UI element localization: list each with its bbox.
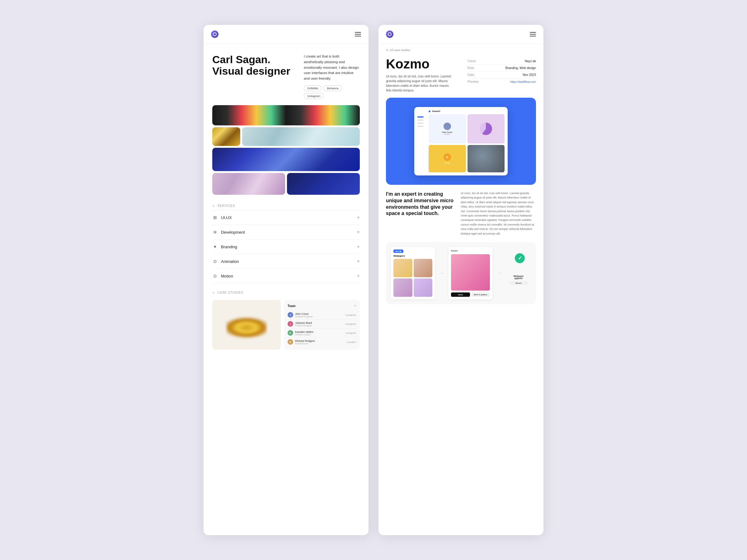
flow-popup-area: ✓ Wallpaper applied! Revert — [506, 247, 531, 299]
left-panel: Carl Sagan. Visual designer I create art… — [204, 25, 368, 535]
tag-instagram[interactable]: Instagram — [304, 93, 324, 99]
back-link-text: All case studies — [390, 48, 410, 52]
service-branding[interactable]: ✦ Branding + — [212, 239, 360, 254]
team-title: Team — [288, 304, 295, 308]
member-sub-3: Content Creator — [295, 334, 314, 336]
meta-role-label: Role: — [467, 66, 475, 70]
dev-expand-icon[interactable]: + — [357, 229, 360, 235]
wallpaper-applied-label: Wallpaper applied! — [509, 275, 528, 279]
gallery-marble — [242, 127, 360, 146]
left-logo[interactable] — [211, 30, 218, 38]
gallery-blue-fluid — [212, 148, 360, 171]
service-development[interactable]: ≋ Development + — [212, 224, 360, 239]
mockup-sidebar — [417, 110, 427, 172]
meta-date-label: Date: — [467, 73, 475, 77]
animation-icon: ⊙ — [212, 259, 218, 264]
apply-button[interactable]: Apply — [451, 292, 470, 297]
flow-start-badge: Start ▶ — [393, 249, 403, 253]
right-content: ↳ All case studies Kozmo Ut nunc, dui si… — [379, 44, 543, 535]
mockup-user-thumb — [467, 145, 505, 172]
bottom-flow-mockup: Start ▶ ··· Wallpapers → Kozmo* ··· — [386, 242, 536, 304]
service-dev-label: Development — [221, 230, 245, 235]
right-menu-icon[interactable] — [530, 32, 536, 36]
expert-heading: I'm an expert in creating unique and imm… — [386, 191, 455, 217]
services-label: ↳ SERVICES — [204, 201, 368, 210]
wallpaper-thumb-3[interactable] — [393, 278, 412, 297]
back-to-gallery-button[interactable]: Back to gallery — [471, 292, 490, 297]
flow-arrow-2: → — [496, 247, 503, 299]
member-name-4: Richard Rodgers — [295, 340, 315, 343]
flow-screen-2: Kozmo* ··· Apply Back to gallery — [448, 247, 492, 299]
kozmo-title: Kozmo — [386, 57, 461, 72]
member-sub-1: Software Engineer — [295, 316, 313, 318]
mockup-sub: Designer — [444, 133, 450, 135]
kozmo-description: Ut nunc, dui sit sit nisl, cras velit lo… — [386, 72, 455, 93]
meta-client: Client: Nayz.ak — [467, 58, 536, 65]
expert-section: I'm an expert in creating unique and imm… — [379, 191, 543, 242]
mockup-yellow-icon: ⚙ — [443, 153, 451, 161]
service-branding-label: Branding — [221, 244, 237, 249]
gallery-section — [204, 105, 368, 201]
dev-icon: ≋ — [212, 229, 218, 235]
gallery-waveform — [212, 105, 360, 125]
left-nav — [204, 25, 368, 44]
mockup-topbar: Kozmo* — [429, 110, 505, 112]
expert-body-container: Ut nunc, dui sit sit nisl, cras velit lo… — [461, 191, 536, 236]
meta-preview: Preview https://webflow.com — [467, 78, 536, 85]
avatar-john: J — [288, 312, 293, 318]
services-list: ⊞ UI,UX + ≋ Development + ✦ Branding + — [204, 210, 368, 284]
team-member-4: R Richard Rodgers Frontend Dev 1 project — [288, 338, 356, 346]
right-panel: ↳ All case studies Kozmo Ut nunc, dui si… — [379, 25, 543, 535]
animation-expand-icon[interactable]: + — [357, 259, 360, 264]
tag-dribbble[interactable]: Dribbble — [304, 85, 321, 91]
tag-behance[interactable]: Behance — [324, 85, 342, 91]
flow-screen1-title: Wallpapers — [393, 255, 432, 257]
sidebar-item-active — [417, 116, 423, 117]
meta-role: Role: Branding, Web design — [467, 65, 536, 72]
left-menu-icon[interactable] — [355, 32, 361, 36]
check-icon: ✓ — [515, 253, 525, 263]
motion-icon: ⊙ — [212, 273, 218, 279]
branding-icon: ✦ — [212, 244, 218, 249]
expert-body-text: Ut nunc, dui sit sit nisl, cras velit lo… — [461, 191, 536, 236]
uiux-expand-icon[interactable]: + — [357, 215, 360, 220]
back-link[interactable]: ↳ All case studies — [379, 44, 543, 54]
mockup-grid: John Conor Designer ⚙ Settings — [429, 114, 505, 172]
mockup-yellow-card: ⚙ Settings — [429, 145, 466, 172]
service-motion[interactable]: ⊙ Motion + — [212, 268, 360, 284]
right-logo[interactable] — [386, 30, 393, 38]
mockup-user-image — [467, 145, 505, 172]
avatar-julianne: J — [288, 321, 293, 327]
mockup-circular-card — [467, 114, 505, 143]
sidebar-item-1 — [417, 119, 423, 121]
service-uiux[interactable]: ⊞ UI,UX + — [212, 210, 360, 224]
sidebar-item-2 — [417, 123, 423, 124]
team-member-3: K Kamden Melton Content Creator 2 projec… — [288, 328, 356, 338]
hero-title: Carl Sagan. Visual designer — [212, 54, 298, 77]
member-name-1: John Conor — [295, 312, 313, 316]
meta-role-value: Branding, Web design — [506, 66, 536, 70]
revert-button[interactable]: Revert — [509, 281, 528, 285]
wallpaper-thumb-1[interactable] — [393, 259, 412, 277]
mockup-avatar — [443, 123, 451, 130]
branding-expand-icon[interactable]: + — [357, 244, 360, 249]
case-card-team[interactable]: Team + J John Conor Software Engineer 4 … — [284, 300, 360, 350]
gallery-dark-blue — [287, 173, 360, 195]
meta-preview-link[interactable]: https://webflow.com — [510, 80, 536, 83]
avatar-richard: R — [288, 339, 293, 345]
gallery-pink-marble — [212, 173, 285, 195]
team-add-icon[interactable]: + — [354, 304, 356, 308]
motion-expand-icon[interactable]: + — [357, 273, 360, 279]
case-card-abstract[interactable] — [212, 300, 281, 350]
case-studies-grid: Team + J John Conor Software Engineer 4 … — [204, 297, 368, 356]
flow-screen1-header: Start ▶ ··· — [393, 249, 432, 253]
service-uiux-label: UI,UX — [221, 215, 232, 220]
service-animation-label: Animation — [221, 259, 239, 264]
gold-splash-art — [226, 311, 267, 339]
sidebar-item-3 — [417, 126, 423, 127]
wallpaper-thumb-2[interactable] — [414, 259, 433, 277]
expert-heading-container: I'm an expert in creating unique and imm… — [386, 191, 455, 236]
kozmo-app-mockup: Kozmo* John Conor Designer ⚙ — [414, 107, 508, 176]
wallpaper-thumb-4[interactable] — [414, 278, 433, 297]
service-animation[interactable]: ⊙ Animation + — [212, 254, 360, 268]
